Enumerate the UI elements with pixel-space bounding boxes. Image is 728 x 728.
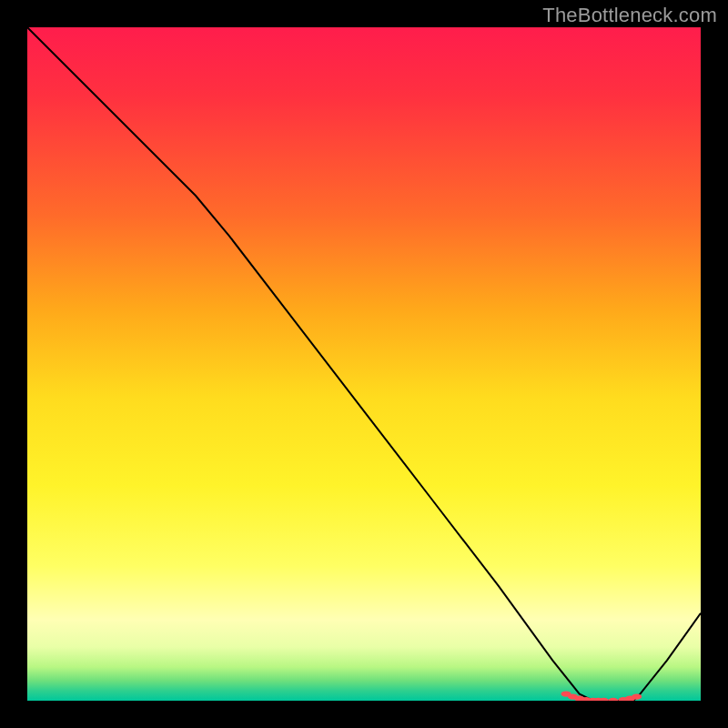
watermark-text: TheBottleneck.com (542, 4, 717, 27)
bottleneck-curve (27, 27, 701, 701)
chart-line-layer (27, 27, 701, 701)
optimal-range-markers (561, 691, 642, 701)
marker-point (608, 698, 618, 701)
chart-stage: TheBottleneck.com (0, 0, 728, 728)
marker-point (632, 693, 642, 699)
